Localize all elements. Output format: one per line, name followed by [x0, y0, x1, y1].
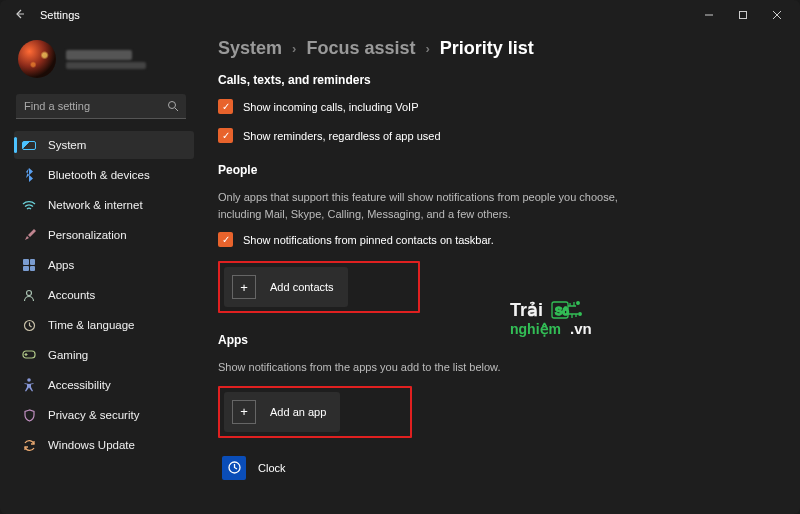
app-list-item[interactable]: Clock — [218, 450, 770, 486]
checkbox-label: Show reminders, regardless of app used — [243, 130, 441, 142]
clock-app-icon — [222, 456, 246, 480]
search-input[interactable] — [16, 94, 186, 119]
sidebar-item-time[interactable]: Time & language — [14, 311, 194, 339]
sidebar-item-accounts[interactable]: Accounts — [14, 281, 194, 309]
highlight-annotation: + Add contacts — [218, 261, 420, 313]
accessibility-icon — [22, 378, 36, 392]
plus-icon: + — [232, 275, 256, 299]
minimize-button[interactable] — [692, 2, 726, 28]
back-icon[interactable] — [10, 4, 30, 27]
sidebar-item-gaming[interactable]: Gaming — [14, 341, 194, 369]
sidebar-item-system[interactable]: System — [14, 131, 194, 159]
sidebar-item-accessibility[interactable]: Accessibility — [14, 371, 194, 399]
sidebar-item-privacy[interactable]: Privacy & security — [14, 401, 194, 429]
section-heading-calls: Calls, texts, and reminders — [218, 73, 770, 87]
clock-icon — [22, 318, 36, 332]
section-heading-apps: Apps — [218, 333, 770, 347]
gamepad-icon — [22, 348, 36, 362]
sidebar-item-label: Time & language — [48, 319, 135, 331]
shield-icon — [22, 408, 36, 422]
breadcrumb: System › Focus assist › Priority list — [218, 38, 770, 59]
sync-icon — [22, 438, 36, 452]
button-label: Add contacts — [270, 281, 334, 293]
window-controls — [692, 2, 794, 28]
add-contacts-button[interactable]: + Add contacts — [224, 267, 348, 307]
avatar — [18, 40, 56, 78]
breadcrumb-system[interactable]: System — [218, 38, 282, 59]
sidebar: System Bluetooth & devices Network & int… — [0, 30, 198, 514]
search-icon — [167, 100, 179, 114]
person-icon — [22, 288, 36, 302]
sidebar-item-label: Windows Update — [48, 439, 135, 451]
chevron-right-icon: › — [425, 41, 429, 56]
apps-icon — [22, 258, 36, 272]
main-content: System › Focus assist › Priority list Ca… — [198, 30, 800, 514]
system-icon — [22, 138, 36, 152]
maximize-button[interactable] — [726, 2, 760, 28]
sidebar-item-label: Accounts — [48, 289, 95, 301]
sidebar-item-update[interactable]: Windows Update — [14, 431, 194, 459]
plus-icon: + — [232, 400, 256, 424]
title-bar: Settings — [0, 0, 800, 30]
checkbox-row: ✓ Show incoming calls, including VoIP — [218, 99, 770, 114]
sidebar-item-label: Accessibility — [48, 379, 111, 391]
sidebar-item-bluetooth[interactable]: Bluetooth & devices — [14, 161, 194, 189]
checkbox-pinned-contacts[interactable]: ✓ — [218, 232, 233, 247]
button-label: Add an app — [270, 406, 326, 418]
svg-rect-0 — [740, 12, 747, 19]
sidebar-item-label: Privacy & security — [48, 409, 139, 421]
highlight-annotation: + Add an app — [218, 386, 412, 438]
sidebar-item-label: Personalization — [48, 229, 127, 241]
chevron-right-icon: › — [292, 41, 296, 56]
sidebar-item-apps[interactable]: Apps — [14, 251, 194, 279]
profile-section[interactable] — [14, 36, 194, 90]
nav-list: System Bluetooth & devices Network & int… — [14, 131, 194, 461]
section-heading-people: People — [218, 163, 770, 177]
svg-point-2 — [27, 290, 32, 295]
wifi-icon — [22, 198, 36, 212]
breadcrumb-current: Priority list — [440, 38, 534, 59]
sidebar-item-label: System — [48, 139, 86, 151]
brush-icon — [22, 228, 36, 242]
svg-point-5 — [27, 378, 31, 382]
bluetooth-icon — [22, 168, 36, 182]
profile-email — [66, 62, 146, 69]
people-description: Only apps that support this feature will… — [218, 189, 648, 222]
sidebar-item-personalization[interactable]: Personalization — [14, 221, 194, 249]
checkbox-label: Show notifications from pinned contacts … — [243, 234, 494, 246]
svg-point-1 — [169, 101, 176, 108]
sidebar-item-label: Gaming — [48, 349, 88, 361]
sidebar-item-label: Apps — [48, 259, 74, 271]
apps-description: Show notifications from the apps you add… — [218, 359, 648, 376]
sidebar-item-network[interactable]: Network & internet — [14, 191, 194, 219]
breadcrumb-focus-assist[interactable]: Focus assist — [306, 38, 415, 59]
checkbox-label: Show incoming calls, including VoIP — [243, 101, 418, 113]
checkbox-reminders[interactable]: ✓ — [218, 128, 233, 143]
checkbox-row: ✓ Show notifications from pinned contact… — [218, 232, 770, 247]
profile-name — [66, 50, 132, 60]
window-title: Settings — [40, 9, 80, 21]
sidebar-item-label: Bluetooth & devices — [48, 169, 150, 181]
sidebar-item-label: Network & internet — [48, 199, 143, 211]
app-name: Clock — [258, 462, 286, 474]
checkbox-incoming-calls[interactable]: ✓ — [218, 99, 233, 114]
checkbox-row: ✓ Show reminders, regardless of app used — [218, 128, 770, 143]
add-app-button[interactable]: + Add an app — [224, 392, 340, 432]
close-button[interactable] — [760, 2, 794, 28]
